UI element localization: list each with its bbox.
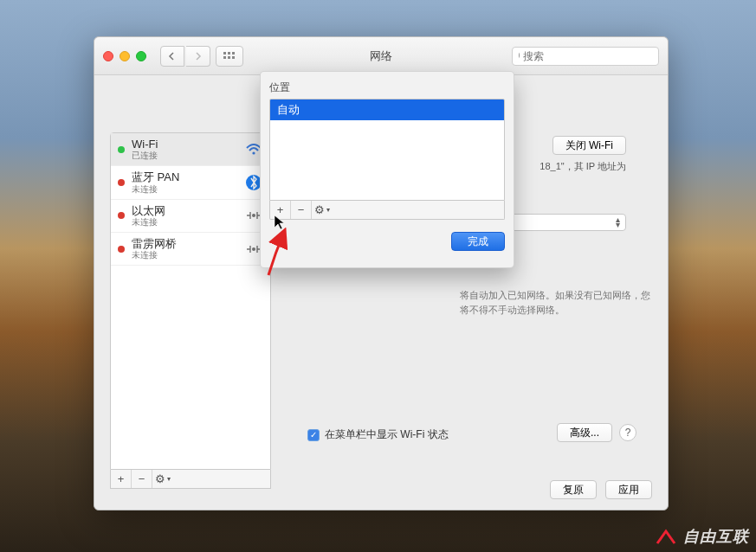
sidebar-item-name: Wi-Fi: [132, 138, 237, 151]
watermark: 自由互联: [656, 526, 749, 547]
forward-button[interactable]: [186, 46, 210, 67]
chevron-right-icon: [194, 52, 203, 61]
sidebar-item-name: 以太网: [132, 205, 237, 217]
sidebar-item-text: 以太网 未连接: [132, 205, 237, 227]
sidebar-item-text: 蓝牙 PAN 未连接: [132, 171, 237, 193]
watermark-text: 自由互联: [683, 526, 749, 547]
add-service-button[interactable]: +: [111, 470, 132, 488]
location-list[interactable]: 自动: [269, 99, 505, 201]
sidebar-item-name: 蓝牙 PAN: [132, 171, 237, 183]
add-location-button[interactable]: +: [270, 201, 291, 219]
nav-buttons: [160, 46, 210, 67]
svg-rect-5: [232, 56, 235, 59]
service-gear-menu[interactable]: ⚙︎▾: [152, 470, 173, 488]
network-sidebar: Wi-Fi 已连接 蓝牙 PAN 未连接 以太网 未连接: [110, 132, 271, 470]
ip-address-text: 18_1"，其 IP 地址为: [540, 160, 626, 173]
apply-button[interactable]: 应用: [605, 480, 652, 499]
location-toolbar: + − ⚙︎▾: [269, 201, 505, 220]
zoom-window-button[interactable]: [136, 51, 146, 61]
sidebar-item-text: Wi-Fi 已连接: [132, 138, 237, 160]
svg-rect-1: [228, 52, 230, 55]
close-window-button[interactable]: [103, 51, 113, 61]
chevron-left-icon: [168, 52, 177, 61]
location-label: 位置: [269, 80, 505, 95]
done-button[interactable]: 完成: [451, 232, 505, 251]
search-field[interactable]: [512, 47, 659, 66]
svg-rect-3: [223, 56, 226, 59]
sidebar-item-name: 雷雳网桥: [132, 238, 237, 250]
chevron-updown-icon: ▴▾: [616, 217, 620, 228]
sidebar-item-status: 未连接: [132, 250, 237, 260]
search-input[interactable]: [523, 50, 653, 62]
svg-point-8: [252, 151, 255, 154]
sidebar-footer: + − ⚙︎▾: [110, 470, 271, 489]
svg-point-6: [520, 52, 520, 58]
location-gear-menu[interactable]: ⚙︎▾: [312, 201, 333, 219]
sidebar-item-status: 已连接: [132, 151, 237, 160]
revert-button[interactable]: 复原: [550, 480, 597, 499]
auto-join-help-text: 将自动加入已知网络。如果没有已知网络，您将不得不手动选择网络。: [460, 288, 652, 317]
turn-off-wifi-button[interactable]: 关闭 Wi-Fi: [552, 136, 626, 155]
status-dot-icon: [118, 146, 125, 153]
remove-service-button[interactable]: −: [132, 470, 152, 488]
svg-point-11: [252, 247, 255, 251]
svg-rect-2: [232, 52, 235, 55]
status-dot-icon: [118, 212, 125, 219]
status-dot-icon: [118, 246, 125, 253]
svg-point-10: [252, 214, 255, 217]
grid-icon: [223, 52, 236, 61]
minimize-window-button[interactable]: [120, 51, 130, 61]
show-wifi-in-menubar-row[interactable]: ✓ 在菜单栏中显示 Wi-Fi 状态: [307, 427, 449, 442]
svg-rect-0: [223, 52, 226, 55]
back-button[interactable]: [160, 46, 184, 67]
checkbox-checked-icon[interactable]: ✓: [307, 429, 320, 441]
sidebar-item-thunderbolt-bridge[interactable]: 雷雳网桥 未连接: [111, 233, 270, 266]
sidebar-item-text: 雷雳网桥 未连接: [132, 238, 237, 260]
sidebar-item-status: 未连接: [132, 184, 237, 194]
traffic-lights: [103, 51, 146, 61]
sidebar-item-status: 未连接: [132, 217, 237, 227]
sidebar-item-wifi[interactable]: Wi-Fi 已连接: [111, 133, 270, 166]
status-dot-icon: [118, 179, 125, 186]
help-button[interactable]: ?: [619, 424, 636, 441]
show-all-button[interactable]: [216, 46, 243, 67]
advanced-button[interactable]: 高级...: [557, 423, 612, 442]
sidebar-item-ethernet[interactable]: 以太网 未连接: [111, 200, 270, 233]
search-icon: [518, 51, 520, 61]
location-sheet: 位置 自动 + − ⚙︎▾ 完成: [260, 71, 514, 268]
gear-icon: ⚙︎: [155, 472, 165, 485]
remove-location-button[interactable]: −: [291, 201, 312, 219]
show-wifi-label: 在菜单栏中显示 Wi-Fi 状态: [325, 427, 449, 442]
titlebar: 网络: [94, 37, 668, 75]
location-list-item[interactable]: 自动: [270, 99, 504, 120]
sidebar-item-bluetooth-pan[interactable]: 蓝牙 PAN 未连接: [111, 166, 270, 199]
gear-icon: ⚙︎: [314, 203, 325, 216]
svg-rect-4: [228, 56, 230, 59]
watermark-logo-icon: [656, 528, 678, 545]
apply-bar: 复原 应用: [550, 480, 652, 499]
advanced-row: 高级... ?: [557, 423, 636, 442]
